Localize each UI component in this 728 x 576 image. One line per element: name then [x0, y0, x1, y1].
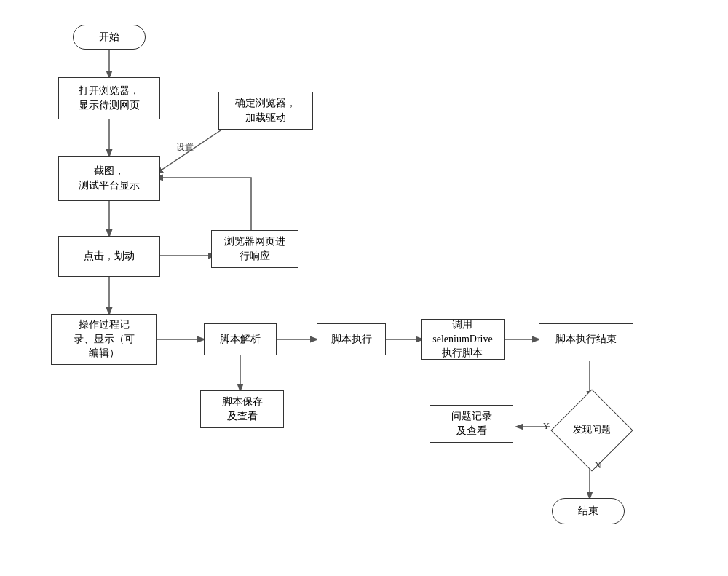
- exec-end-node: 脚本执行结束: [539, 323, 633, 355]
- script-exec-node: 脚本执行: [317, 323, 386, 355]
- screenshot-node: 截图， 测试平台显示: [58, 156, 160, 201]
- click-drag-node: 点击，划动: [58, 236, 160, 277]
- find-issue-node: 发现问题: [550, 398, 633, 463]
- browser-respond-node: 浏览器网页进 行响应: [211, 230, 298, 268]
- record-ops-node: 操作过程记 录、显示（可 编辑）: [51, 314, 157, 365]
- issue-log-node: 问题记录 及查看: [430, 405, 513, 443]
- save-script-node: 脚本保存 及查看: [200, 390, 284, 428]
- y-label: Y: [543, 421, 550, 432]
- flowchart: 开始 打开浏览器， 显示待测网页 确定浏览器， 加载驱动 截图， 测试平台显示 …: [15, 12, 713, 565]
- script-parse-node: 脚本解析: [204, 323, 277, 355]
- start-node: 开始: [73, 25, 146, 50]
- set-label: 设置: [176, 141, 194, 154]
- confirm-browser-node: 确定浏览器， 加载驱动: [218, 92, 313, 130]
- open-browser-node: 打开浏览器， 显示待测网页: [58, 77, 160, 119]
- end-node: 结束: [552, 498, 625, 524]
- n-label: N: [595, 460, 601, 471]
- selenium-exec-node: 调用 seleniumDrive 执行脚本: [421, 319, 505, 360]
